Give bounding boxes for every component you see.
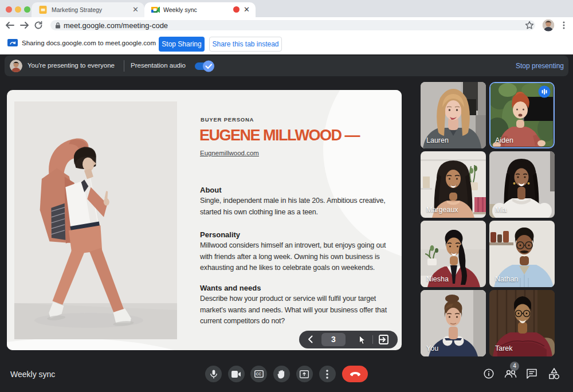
svg-text:CC: CC: [256, 372, 261, 376]
